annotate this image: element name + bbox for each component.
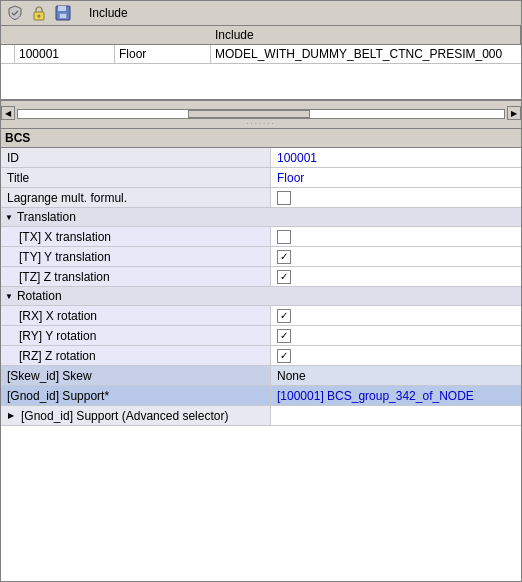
tx-checkbox[interactable] [277, 230, 291, 244]
triangle-icon: ▼ [5, 213, 13, 222]
main-container: Include Include 100001 Floor MODEL_WITH_… [0, 0, 522, 582]
prop-label-title: Title [1, 168, 271, 187]
shield-icon [5, 3, 25, 23]
prop-label-tx: [TX] X translation [1, 227, 271, 246]
row-type: Floor [115, 45, 211, 63]
prop-label-rz: [RZ] Z rotation [1, 346, 271, 365]
svg-rect-3 [58, 6, 66, 11]
properties-panel: BCS ID 100001 Title Floor Lagrange mult.… [1, 129, 521, 581]
prop-row-rx: [RX] X rotation [1, 306, 521, 326]
prop-value-lagrange[interactable] [271, 188, 521, 207]
prop-row-gnod-advanced[interactable]: ▶ [Gnod_id] Support (Advanced selector) [1, 406, 521, 426]
prop-value-rx[interactable] [271, 306, 521, 325]
rz-checkbox[interactable] [277, 349, 291, 363]
tz-checkbox[interactable] [277, 270, 291, 284]
rx-checkbox[interactable] [277, 309, 291, 323]
lagrange-checkbox[interactable] [277, 191, 291, 205]
ty-checkbox[interactable] [277, 250, 291, 264]
prop-label-skew: [Skew_id] Skew [1, 366, 271, 385]
prop-value-ry[interactable] [271, 326, 521, 345]
translation-section-header: ▼ Translation [1, 208, 521, 227]
scroll-dots: ....... [246, 117, 276, 126]
ry-checkbox[interactable] [277, 329, 291, 343]
svg-point-1 [38, 15, 41, 18]
row-name: MODEL_WITH_DUMMY_BELT_CTNC_PRESIM_000 [211, 45, 521, 63]
prop-label-rx: [RX] X rotation [1, 306, 271, 325]
prop-label-id: ID [1, 148, 271, 167]
svg-rect-5 [60, 14, 66, 18]
toolbar: Include [1, 1, 521, 26]
row-id: 100001 [15, 45, 115, 63]
prop-value-title[interactable]: Floor [271, 168, 521, 187]
bcs-section-header: BCS [1, 129, 521, 148]
prop-value-id[interactable]: 100001 [271, 148, 521, 167]
floppy-icon [53, 3, 73, 23]
prop-label-gnod-support: [Gnod_id] Support* [1, 386, 271, 405]
scroll-left-button[interactable]: ◀ [1, 106, 15, 120]
table-row[interactable]: 100001 Floor MODEL_WITH_DUMMY_BELT_CTNC_… [1, 45, 521, 64]
expand-icon: ▶ [5, 410, 17, 422]
prop-label-tz: [TZ] Z translation [1, 267, 271, 286]
prop-label-ty: [TY] Y translation [1, 247, 271, 266]
prop-row-id: ID 100001 [1, 148, 521, 168]
prop-row-tz: [TZ] Z translation [1, 267, 521, 287]
prop-label-gnod-advanced[interactable]: ▶ [Gnod_id] Support (Advanced selector) [1, 406, 271, 425]
prop-value-rz[interactable] [271, 346, 521, 365]
prop-row-lagrange: Lagrange mult. formul. [1, 188, 521, 208]
prop-value-ty[interactable] [271, 247, 521, 266]
prop-value-skew[interactable]: None [271, 366, 521, 385]
table-header: Include [1, 26, 521, 45]
prop-row-ry: [RY] Y rotation [1, 326, 521, 346]
lock-icon [29, 3, 49, 23]
prop-row-title: Title Floor [1, 168, 521, 188]
row-col1 [1, 45, 15, 63]
prop-value-tx[interactable] [271, 227, 521, 246]
prop-row-rz: [RZ] Z rotation [1, 346, 521, 366]
prop-label-ry: [RY] Y rotation [1, 326, 271, 345]
table-area: 100001 Floor MODEL_WITH_DUMMY_BELT_CTNC_… [1, 45, 521, 101]
scroll-right-button[interactable]: ▶ [507, 106, 521, 120]
prop-value-gnod-advanced [271, 406, 521, 425]
include-label: Include [81, 6, 517, 20]
rotation-section-header: ▼ Rotation [1, 287, 521, 306]
table-header-col4: Include [211, 26, 521, 44]
prop-value-gnod-support[interactable]: [100001] BCS_group_342_of_NODE [271, 386, 521, 405]
table-header-col1 [1, 26, 211, 44]
prop-value-tz[interactable] [271, 267, 521, 286]
prop-row-tx: [TX] X translation [1, 227, 521, 247]
prop-row-ty: [TY] Y translation [1, 247, 521, 267]
prop-row-gnod-support: [Gnod_id] Support* [100001] BCS_group_34… [1, 386, 521, 406]
prop-label-lagrange: Lagrange mult. formul. [1, 188, 271, 207]
rotation-triangle-icon: ▼ [5, 292, 13, 301]
horizontal-scrollbar[interactable]: ◀ ▶ ....... [1, 101, 521, 129]
prop-row-skew: [Skew_id] Skew None [1, 366, 521, 386]
